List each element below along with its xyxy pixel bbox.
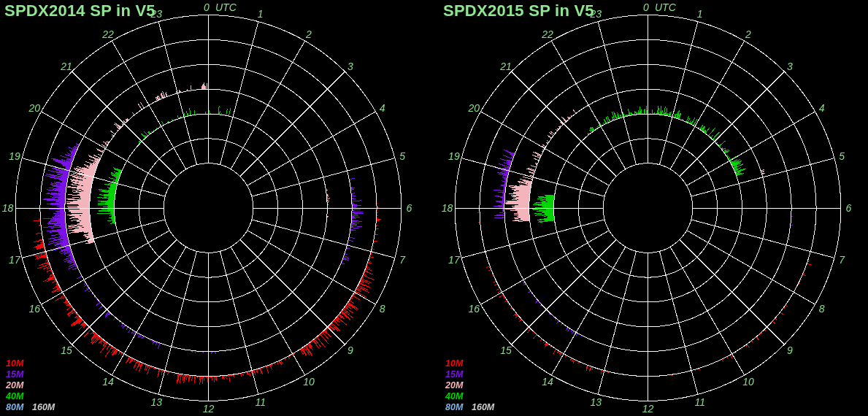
svg-text:1: 1 xyxy=(697,8,703,20)
svg-text:22: 22 xyxy=(541,28,553,40)
svg-text:6: 6 xyxy=(407,202,412,214)
svg-text:16: 16 xyxy=(29,303,41,315)
svg-text:1: 1 xyxy=(258,8,264,20)
svg-text:SPDX2015 SP in V5: SPDX2015 SP in V5 xyxy=(443,1,594,20)
svg-text:160M: 160M xyxy=(472,402,495,412)
svg-text:15M: 15M xyxy=(6,369,24,380)
svg-text:14: 14 xyxy=(102,376,114,388)
svg-text:2: 2 xyxy=(305,28,312,40)
svg-text:11: 11 xyxy=(255,396,266,408)
svg-text:80M: 80M xyxy=(445,402,464,412)
svg-text:12: 12 xyxy=(203,403,215,415)
svg-text:8: 8 xyxy=(819,303,825,315)
svg-text:17: 17 xyxy=(9,254,21,266)
svg-text:UTC: UTC xyxy=(655,1,677,13)
svg-text:9: 9 xyxy=(347,344,353,356)
svg-text:21: 21 xyxy=(60,61,72,72)
svg-text:7: 7 xyxy=(399,254,406,266)
svg-text:10: 10 xyxy=(303,376,315,388)
svg-text:5: 5 xyxy=(399,150,405,162)
svg-text:40M: 40M xyxy=(445,391,464,401)
svg-text:14: 14 xyxy=(542,376,553,388)
svg-text:21: 21 xyxy=(499,61,512,72)
svg-text:SPDX2014 SP in V5: SPDX2014 SP in V5 xyxy=(4,1,155,20)
svg-text:UTC: UTC xyxy=(215,1,237,13)
svg-text:8: 8 xyxy=(380,303,385,315)
svg-text:4: 4 xyxy=(819,102,825,114)
svg-text:3: 3 xyxy=(347,61,353,72)
svg-text:11: 11 xyxy=(694,396,705,408)
svg-text:9: 9 xyxy=(787,344,793,356)
svg-text:80M: 80M xyxy=(6,402,24,412)
svg-text:22: 22 xyxy=(101,28,114,40)
svg-text:17: 17 xyxy=(448,254,461,266)
svg-text:18: 18 xyxy=(442,202,453,214)
svg-text:10: 10 xyxy=(742,376,754,388)
svg-text:40M: 40M xyxy=(5,391,24,401)
svg-text:15M: 15M xyxy=(445,369,464,380)
svg-text:6: 6 xyxy=(846,202,852,214)
svg-text:13: 13 xyxy=(151,396,163,408)
svg-text:16: 16 xyxy=(469,303,480,315)
svg-text:4: 4 xyxy=(380,102,385,114)
svg-text:12: 12 xyxy=(642,403,654,415)
svg-text:2: 2 xyxy=(745,28,751,40)
svg-text:3: 3 xyxy=(787,61,793,72)
svg-text:13: 13 xyxy=(591,396,602,408)
svg-text:20: 20 xyxy=(28,102,41,114)
svg-text:160M: 160M xyxy=(32,402,55,412)
svg-text:5: 5 xyxy=(839,150,845,162)
svg-text:20M: 20M xyxy=(445,380,464,390)
svg-text:19: 19 xyxy=(448,150,460,162)
svg-text:15: 15 xyxy=(500,344,512,356)
svg-text:10M: 10M xyxy=(6,358,24,369)
svg-text:15: 15 xyxy=(61,344,72,356)
svg-text:19: 19 xyxy=(9,150,20,162)
svg-text:20M: 20M xyxy=(5,380,24,390)
svg-text:7: 7 xyxy=(839,254,845,266)
svg-text:0: 0 xyxy=(643,1,649,13)
svg-text:10M: 10M xyxy=(445,358,464,369)
svg-text:18: 18 xyxy=(2,202,14,214)
svg-text:0: 0 xyxy=(204,1,210,13)
svg-text:20: 20 xyxy=(468,102,480,114)
